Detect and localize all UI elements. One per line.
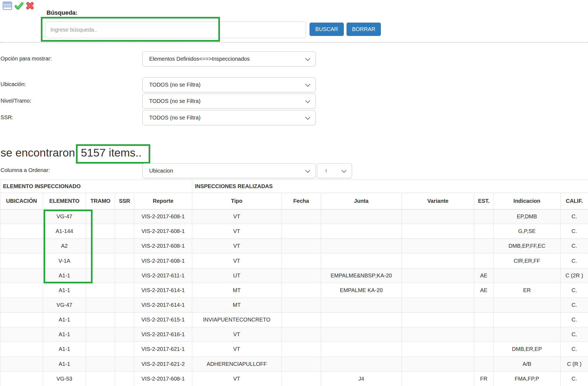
table-cell xyxy=(115,209,134,224)
table-cell: C. xyxy=(561,209,588,224)
table-cell: VT xyxy=(192,239,281,253)
column-header: ELEMENTO xyxy=(43,193,86,209)
table-row: V-1AVIS-2-2017-608-1VTCIR,ER,FFC. xyxy=(0,253,588,268)
column-header: Tipo xyxy=(192,193,281,209)
table-cell xyxy=(474,327,494,342)
table-row: A1-1VIS-2-2017-614-1MTEMPALME KA-20AEERC… xyxy=(0,283,588,298)
table-cell: EMPALME&NBSP;KA-20 xyxy=(321,268,402,283)
table-cell xyxy=(321,239,402,253)
table-cell xyxy=(402,209,474,224)
table-cell xyxy=(402,253,474,268)
table-cell: MT xyxy=(192,298,281,312)
table-group-header-row: ELEMENTO INSPECCIONADO INSPECCIONES REAL… xyxy=(0,180,588,193)
table-cell xyxy=(281,268,321,283)
borrar-button[interactable]: BORRAR xyxy=(347,23,381,36)
column-header: Fecha xyxy=(281,193,321,209)
filter-label-ubicacion: Ubicación: xyxy=(1,81,26,87)
table-cell: VIS-2-2017-616-1 xyxy=(134,327,192,342)
table-cell xyxy=(0,357,43,371)
table-cell: VT xyxy=(192,342,281,357)
table-cell xyxy=(86,209,115,224)
table-cell xyxy=(402,357,474,371)
table-cell: A2 xyxy=(43,239,86,253)
sort-column-value: Ubicacion xyxy=(149,168,173,174)
table-cell: C. xyxy=(561,298,588,312)
table-cell xyxy=(494,313,561,327)
table-row: A2VIS-2-2017-608-1VTDMB,EP,FF,ECC. xyxy=(0,239,588,253)
table-cell: VIS-2-2017-608-1 xyxy=(134,371,192,386)
cross-icon[interactable] xyxy=(26,2,34,10)
buscar-button[interactable]: BUSCAR xyxy=(310,23,344,36)
table-cell xyxy=(402,342,474,357)
table-cell: VT xyxy=(192,209,281,224)
table-icon[interactable] xyxy=(3,2,12,10)
table-cell: J4 xyxy=(321,371,402,386)
table-cell xyxy=(474,342,494,357)
table-cell: A1-1 xyxy=(43,342,86,357)
table-cell: A1-1 xyxy=(43,268,86,283)
table-cell xyxy=(474,209,494,224)
search-label: Búsqueda: xyxy=(47,9,78,16)
table-cell xyxy=(281,313,321,327)
table-cell: DMB,EP,FF,EC xyxy=(494,239,561,253)
table-cell: VG-47 xyxy=(43,209,86,224)
sort-column-select[interactable]: Ubicacion xyxy=(142,163,316,178)
table-cell xyxy=(115,239,134,253)
table-cell xyxy=(115,327,134,342)
table-cell xyxy=(321,209,402,224)
table-cell: C. xyxy=(561,327,588,342)
table-cell: A1-1 xyxy=(43,357,86,371)
table-cell xyxy=(0,327,43,342)
table-cell xyxy=(0,298,43,312)
filter-select-ubicacion[interactable]: TODOS (no se Filtra) xyxy=(142,77,316,92)
search-input[interactable] xyxy=(45,22,306,38)
table-cell xyxy=(0,371,43,386)
table-cell xyxy=(402,239,474,253)
check-icon[interactable] xyxy=(15,2,23,10)
column-header: CALIF. xyxy=(561,193,588,209)
page: Búsqueda: BUSCAR BORRAR Opción para most… xyxy=(0,0,588,386)
table-cell xyxy=(474,357,494,371)
table-cell xyxy=(0,342,43,357)
table-cell xyxy=(402,313,474,327)
column-header: Indicacion xyxy=(494,193,561,209)
table-cell xyxy=(115,224,134,239)
table-cell: ADHERENCIAPULLOFF xyxy=(192,357,281,371)
table-row: A1-144VIS-2-2017-608-1VTG,P,SEC. xyxy=(0,224,588,239)
filter-select-nivel-tramo[interactable]: TODOS (no se Filtra) xyxy=(142,94,316,109)
table-cell: VIS-2-2017-608-1 xyxy=(134,224,192,239)
table-cell: CIR,ER,FF xyxy=(494,253,561,268)
table-cell: C. xyxy=(561,342,588,357)
table-cell: VIS-2-2017-621-1 xyxy=(134,342,192,357)
table-row: A1-1VIS-2-2017-616-1VTC. xyxy=(0,327,588,342)
table-cell xyxy=(321,313,402,327)
table-cell xyxy=(86,327,115,342)
table-cell xyxy=(115,371,134,386)
table-cell xyxy=(0,209,43,224)
column-header: Variante xyxy=(402,193,474,209)
table-cell xyxy=(0,253,43,268)
sort-direction-value: ↑ xyxy=(325,168,327,174)
table-cell: C. xyxy=(561,239,588,253)
table-cell xyxy=(281,209,321,224)
table-cell: A1-1 xyxy=(43,283,86,298)
column-header: SSR xyxy=(115,193,134,209)
table-row: VG-47VIS-2-2017-608-1VTEP,DMBC. xyxy=(0,209,588,224)
table-cell: VIS-2-2017-614-1 xyxy=(134,283,192,298)
table-cell xyxy=(281,239,321,253)
column-header: Junta xyxy=(321,193,402,209)
sort-direction-select[interactable]: ↑ xyxy=(317,163,352,178)
table-cell: C. xyxy=(561,253,588,268)
table-cell: VT xyxy=(192,224,281,239)
table-cell: ER xyxy=(494,283,561,298)
table-cell xyxy=(86,371,115,386)
filter-select-opcion[interactable]: Elementos Definidos<==>Inspeccionados xyxy=(142,51,316,66)
table-cell xyxy=(0,239,43,253)
table-cell xyxy=(0,283,43,298)
table-row: A1-1VIS-2-2017-621-1VTDMB,ER,EPC. xyxy=(0,342,588,357)
table-cell xyxy=(281,253,321,268)
filter-select-ssr[interactable]: TODOS (no se Filtra) xyxy=(142,110,316,125)
table-cell xyxy=(402,371,474,386)
inspections-table: ELEMENTO INSPECCIONADO INSPECCIONES REAL… xyxy=(0,180,588,386)
column-header: UBICACIÓN xyxy=(0,193,43,209)
